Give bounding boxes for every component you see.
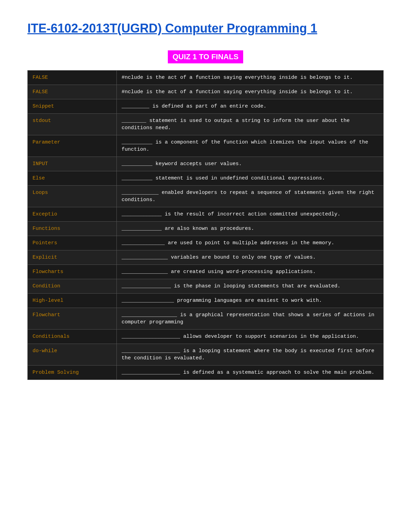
answer-cell: Functions <box>28 221 117 236</box>
answer-cell: Parameter <box>28 135 117 157</box>
table-row: Flowchart__________________ is a graphic… <box>28 308 384 329</box>
answer-cell: Flowchart <box>28 308 117 329</box>
answer-cell: Pointers <box>28 236 117 250</box>
question-cell: __________ statement is used in undefine… <box>117 171 384 185</box>
table-row: Snippet_________ is defined as part of a… <box>28 99 384 113</box>
table-row: Pointers______________ are used to point… <box>28 236 384 250</box>
table-row: Functions_____________ are also known as… <box>28 221 384 236</box>
answer-cell: Snippet <box>28 99 117 113</box>
question-cell: _______________ variables are bound to o… <box>117 250 384 264</box>
quiz-table: FALSE#nclude is the act of a function sa… <box>27 70 384 380</box>
question-cell: _______________ are created using word-p… <box>117 264 384 279</box>
answer-cell: Exceptio <box>28 207 117 221</box>
answer-cell: FALSE <box>28 85 117 99</box>
question-cell: ___________________ allows developer to … <box>117 329 384 344</box>
question-cell: ________ statement is used to output a s… <box>117 113 384 135</box>
quiz-header: QUIZ 1 TO FINALS <box>168 50 244 63</box>
table-row: Problem Solving___________________ is de… <box>28 365 384 380</box>
question-cell: _____________ are also known as procedur… <box>117 221 384 236</box>
question-cell: _________________ programming languages … <box>117 293 384 308</box>
table-row: High-level_________________ programming … <box>28 293 384 308</box>
quiz-header-container: QUIZ 1 TO FINALS <box>27 50 384 63</box>
question-cell: _____________ is the result of incorrect… <box>117 207 384 221</box>
question-cell: _________ is defined as part of an entir… <box>117 99 384 113</box>
question-cell: ____________ enabled developers to repea… <box>117 185 384 207</box>
question-cell: ___________________ is a looping stateme… <box>117 344 384 365</box>
question-cell: ___________________ is defined as a syst… <box>117 365 384 380</box>
table-row: Flowcharts_______________ are created us… <box>28 264 384 279</box>
table-row: Exceptio_____________ is the result of i… <box>28 207 384 221</box>
table-row: Condition________________ is the phase i… <box>28 279 384 293</box>
table-row: FALSE#nclude is the act of a function sa… <box>28 70 384 85</box>
answer-cell: Condition <box>28 279 117 293</box>
answer-cell: INPUT <box>28 157 117 171</box>
question-cell: ________________ is the phase in looping… <box>117 279 384 293</box>
question-cell: #nclude is the act of a function saying … <box>117 70 384 85</box>
table-row: FALSE#nclude is the act of a function sa… <box>28 85 384 99</box>
answer-cell: Loops <box>28 185 117 207</box>
table-row: Conditionals___________________ allows d… <box>28 329 384 344</box>
answer-cell: Flowcharts <box>28 264 117 279</box>
answer-cell: High-level <box>28 293 117 308</box>
table-row: Explicit_______________ variables are bo… <box>28 250 384 264</box>
answer-cell: Else <box>28 171 117 185</box>
question-cell: __________ keyword accepts user values. <box>117 157 384 171</box>
table-row: INPUT__________ keyword accepts user val… <box>28 157 384 171</box>
table-row: do-while___________________ is a looping… <box>28 344 384 365</box>
answer-cell: Problem Solving <box>28 365 117 380</box>
table-row: Loops____________ enabled developers to … <box>28 185 384 207</box>
answer-cell: stdout <box>28 113 117 135</box>
table-row: Parameter__________ is a component of th… <box>28 135 384 157</box>
question-cell: ______________ are used to point to mult… <box>117 236 384 250</box>
table-row: stdout________ statement is used to outp… <box>28 113 384 135</box>
question-cell: #nclude is the act of a function saying … <box>117 85 384 99</box>
table-row: Else__________ statement is used in unde… <box>28 171 384 185</box>
answer-cell: Explicit <box>28 250 117 264</box>
page-title: ITE-6102-2013T(UGRD) Computer Programmin… <box>27 21 384 37</box>
question-cell: __________________ is a graphical repres… <box>117 308 384 329</box>
answer-cell: do-while <box>28 344 117 365</box>
answer-cell: Conditionals <box>28 329 117 344</box>
answer-cell: FALSE <box>28 70 117 85</box>
question-cell: __________ is a component of the functio… <box>117 135 384 157</box>
